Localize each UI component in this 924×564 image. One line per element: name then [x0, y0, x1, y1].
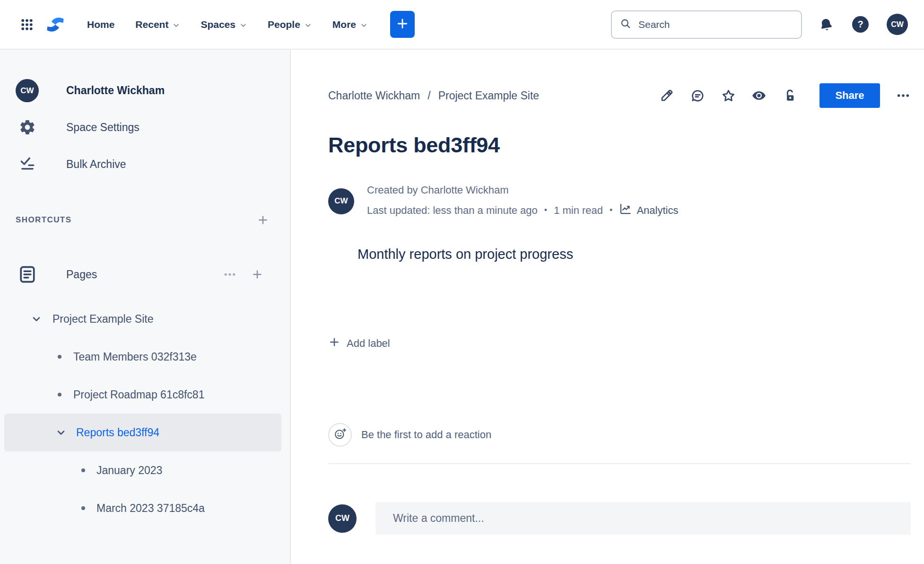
nav-home-label: Home: [87, 19, 114, 30]
bullet-icon: [81, 468, 85, 472]
help-icon[interactable]: ?: [852, 16, 869, 33]
space-header[interactable]: CW Charlotte Wickham: [0, 79, 290, 102]
tree-item-project-roadmap[interactable]: Project Roadmap 61c8fc81: [0, 376, 290, 414]
smiley-add-reaction-icon: [333, 427, 347, 442]
edit-pencil-icon[interactable]: [659, 88, 674, 103]
pages-section-header[interactable]: Pages: [0, 262, 290, 287]
pages-heading: Pages: [66, 268, 223, 281]
tree-item-label: Reports bed3ff94: [76, 426, 159, 439]
user-avatar[interactable]: CW: [887, 14, 908, 35]
search-icon: [619, 18, 632, 32]
bullet-icon: [81, 506, 85, 510]
more-actions-ellipsis-icon[interactable]: [896, 88, 911, 103]
plus-icon: [396, 17, 409, 32]
chevron-down-icon: [360, 22, 367, 29]
nav-people[interactable]: People: [268, 19, 312, 30]
commenter-avatar: CW: [328, 504, 357, 533]
nav-recent-label: Recent: [135, 19, 168, 30]
byline: CW Created by Charlotte Wickham Last upd…: [328, 184, 911, 218]
space-settings-label: Space Settings: [66, 121, 139, 134]
add-reaction-button[interactable]: [328, 423, 352, 447]
tree-item-label: Project Roadmap 61c8fc81: [73, 388, 204, 401]
breadcrumb-space-link[interactable]: Charlotte Wickham: [328, 89, 420, 102]
tree-item-team-members[interactable]: Team Members 032f313e: [0, 338, 290, 376]
nav-spaces-label: Spaces: [200, 19, 235, 30]
tree-item-january-2023[interactable]: January 2023: [0, 451, 290, 489]
notifications-bell-icon[interactable]: [817, 15, 835, 34]
shortcuts-heading: SHORTCUTS: [16, 215, 71, 225]
space-sidebar: CW Charlotte Wickham Space Settings Bulk…: [0, 50, 291, 564]
tree-item-label: January 2023: [96, 464, 162, 477]
nav-home[interactable]: Home: [87, 19, 114, 30]
share-button[interactable]: Share: [819, 83, 880, 108]
gear-icon: [16, 119, 39, 136]
last-updated-text[interactable]: Last updated: less than a minute ago: [367, 204, 538, 217]
comment-input[interactable]: [393, 512, 911, 525]
pages-document-icon: [16, 264, 39, 285]
add-label-text: Add label: [347, 337, 390, 350]
page-body-text: Monthly reports on project progress: [357, 247, 911, 262]
page-actions: Share: [659, 83, 911, 108]
tree-item-label: March 2023 37185c4a: [96, 502, 205, 515]
breadcrumb-parent-link[interactable]: Project Example Site: [438, 89, 539, 102]
comment-input-box[interactable]: [375, 502, 911, 535]
confluence-logo-icon[interactable]: [45, 15, 65, 35]
nav-recent[interactable]: Recent: [135, 19, 180, 30]
breadcrumb: Charlotte Wickham / Project Example Site: [328, 89, 539, 102]
tree-item-reports-selected[interactable]: Reports bed3ff94: [4, 414, 281, 451]
page-content: Charlotte Wickham / Project Example Site: [291, 50, 924, 564]
tree-item-march-2023[interactable]: March 2023 37185c4a: [0, 489, 290, 527]
chevron-down-icon[interactable]: [31, 313, 42, 325]
chevron-down-icon: [305, 22, 312, 29]
chevron-down-icon: [173, 22, 180, 29]
created-by-text[interactable]: Created by Charlotte Wickham: [367, 184, 678, 196]
chevron-down-icon[interactable]: [55, 427, 67, 438]
unlock-icon[interactable]: [782, 88, 797, 103]
bullet-icon: [58, 355, 61, 359]
add-label-button[interactable]: Add label: [328, 336, 390, 351]
analytics-chart-icon: [619, 203, 632, 218]
author-avatar[interactable]: CW: [328, 188, 354, 214]
analytics-label: Analytics: [636, 204, 678, 217]
bulk-archive-label: Bulk Archive: [66, 158, 126, 171]
nav-spaces[interactable]: Spaces: [200, 19, 247, 30]
top-navigation-bar: Home Recent Spaces People: [0, 0, 924, 50]
chevron-down-icon: [240, 22, 247, 29]
confluence-app: Home Recent Spaces People: [0, 0, 924, 564]
shortcuts-section-header: SHORTCUTS: [0, 214, 290, 226]
star-favorite-icon[interactable]: [721, 88, 736, 103]
breadcrumb-separator: /: [427, 89, 430, 102]
reaction-prompt-text: Be the first to add a reaction: [361, 429, 491, 441]
comment-composer: CW: [328, 502, 911, 535]
comments-icon[interactable]: [690, 88, 705, 103]
page-toolbar: Charlotte Wickham / Project Example Site: [328, 83, 911, 108]
read-time-text: 1 min read: [554, 204, 603, 217]
pages-more-ellipsis-icon[interactable]: [223, 267, 237, 282]
bullet-icon: [58, 393, 61, 397]
plus-icon: [328, 336, 340, 351]
watch-eye-icon[interactable]: [751, 88, 767, 103]
nav-more[interactable]: More: [332, 19, 367, 30]
analytics-link[interactable]: Analytics: [619, 203, 678, 218]
add-page-plus-icon[interactable]: [251, 268, 263, 281]
reactions-section: Be the first to add a reaction: [328, 423, 911, 447]
tree-item-label: Project Example Site: [52, 313, 153, 326]
tree-item-label: Team Members 032f313e: [73, 351, 197, 363]
tree-item-project-example-site[interactable]: Project Example Site: [0, 300, 290, 338]
search-input[interactable]: [638, 19, 793, 30]
byline-separator: •: [544, 205, 547, 215]
page-title: Reports bed3ff94: [328, 133, 911, 158]
nav-more-label: More: [332, 19, 356, 30]
byline-separator: •: [610, 205, 612, 215]
search-box[interactable]: [611, 10, 802, 39]
nav-people-label: People: [268, 19, 300, 30]
app-switcher-icon[interactable]: [19, 17, 35, 33]
bulk-archive-icon: [16, 156, 39, 173]
sidebar-item-bulk-archive[interactable]: Bulk Archive: [0, 152, 290, 176]
add-shortcut-plus-icon[interactable]: [257, 214, 269, 226]
primary-nav-links: Home Recent Spaces People: [87, 19, 367, 30]
space-avatar: CW: [16, 79, 39, 102]
create-button[interactable]: [390, 11, 415, 38]
nav-right-controls: ? CW: [818, 14, 908, 35]
sidebar-item-space-settings[interactable]: Space Settings: [0, 115, 290, 139]
